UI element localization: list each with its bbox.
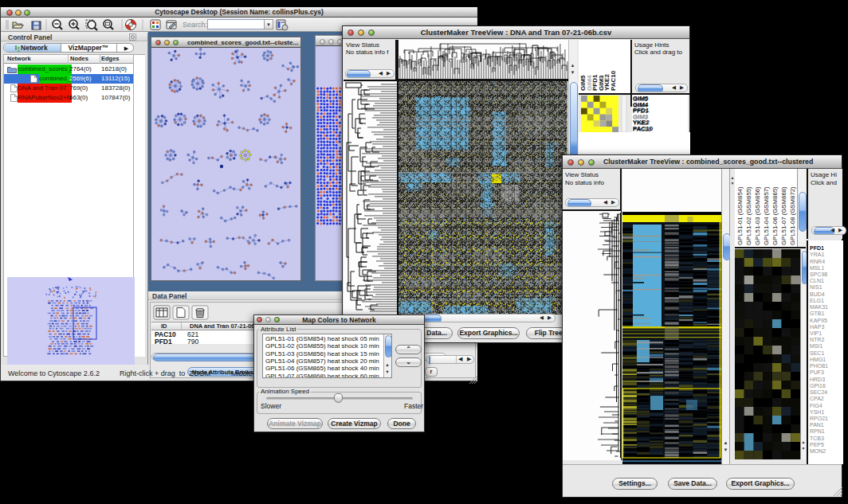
svg-text:GPL51-07 (GSM868): GPL51-07 (GSM868)	[780, 186, 787, 245]
svg-text:GPL51-03 (GSM856): GPL51-03 (GSM856)	[754, 186, 761, 245]
svg-text:GPL51-01 (GSM854): GPL51-01 (GSM854)	[736, 186, 744, 245]
svg-text:GPL51-06 (GSM865): GPL51-06 (GSM865)	[771, 186, 779, 245]
svg-text:GPL51-02 (GSM855): GPL51-02 (GSM855)	[745, 186, 752, 245]
svg-text:PAC10: PAC10	[610, 70, 617, 91]
svg-text:GPL51-04 (GSM857): GPL51-04 (GSM857)	[763, 186, 770, 245]
svg-text:GPL51-08 (GSM872): GPL51-08 (GSM872)	[789, 186, 796, 245]
